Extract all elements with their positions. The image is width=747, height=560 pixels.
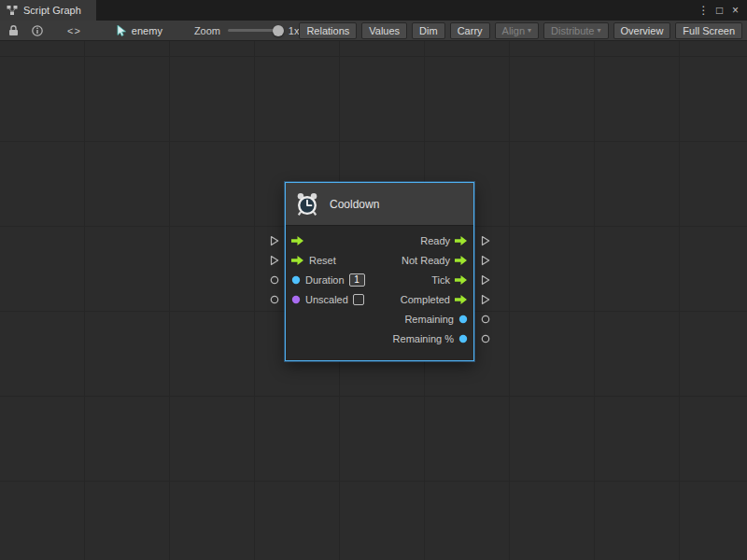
port-label-reset: Reset [309, 255, 336, 266]
lock-icon[interactable] [8, 24, 19, 36]
zoom-slider-handle[interactable] [273, 25, 284, 36]
flow-output-port-ready[interactable] [455, 235, 468, 246]
tab-label: Script Graph [23, 5, 81, 16]
graph-name: enemy [132, 25, 162, 36]
maximize-icon[interactable]: □ [712, 0, 727, 21]
toolbar-buttons: Relations Values Dim Carry Align ▾ Distr… [299, 22, 743, 39]
port-label-completed: Completed [401, 294, 450, 305]
alarm-clock-icon [295, 192, 319, 217]
flow-output-port-completed[interactable] [455, 294, 468, 305]
values-button[interactable]: Values [361, 22, 407, 39]
zoom-label: Zoom [194, 25, 220, 36]
overview-button[interactable]: Overview [613, 22, 671, 39]
tab-script-graph[interactable]: Script Graph [0, 0, 96, 21]
flow-input-connector-reset[interactable] [270, 255, 279, 266]
script-graph-tab-icon [7, 5, 18, 16]
graph-toolbar: <> enemy Zoom 1x Relations Values Dim Ca… [0, 21, 747, 41]
flow-output-port-tick[interactable] [455, 274, 468, 286]
value-input-port-unscaled[interactable] [291, 295, 301, 304]
chevron-down-icon: ▾ [598, 26, 601, 35]
flow-output-connector-tick[interactable] [481, 274, 490, 286]
port-row: Reset Not Ready [286, 250, 473, 270]
graph-canvas[interactable]: Cooldown Ready [0, 41, 747, 560]
align-button[interactable]: Align ▾ [495, 22, 539, 39]
port-row: Remaining [286, 309, 473, 329]
node-body: Ready Reset Not Ready [286, 226, 473, 360]
flow-input-connector[interactable] [270, 235, 279, 246]
carry-button[interactable]: Carry [450, 22, 490, 39]
duration-input[interactable] [349, 273, 365, 287]
flow-output-port-not-ready[interactable] [455, 255, 468, 266]
value-output-connector-remaining[interactable] [481, 315, 490, 324]
port-label-tick: Tick [431, 274, 450, 286]
flow-input-port[interactable] [291, 235, 304, 246]
kebab-menu-icon[interactable]: ⋮ [696, 0, 712, 21]
port-label-not-ready: Not Ready [402, 255, 450, 266]
chevron-down-icon: ▾ [528, 26, 531, 35]
node-title: Cooldown [330, 198, 379, 211]
port-label-ready: Ready [420, 235, 450, 246]
distribute-button[interactable]: Distribute ▾ [543, 22, 608, 39]
value-output-port-remaining-percent[interactable] [458, 334, 468, 343]
value-input-connector-duration[interactable] [270, 275, 279, 285]
flow-output-connector-ready[interactable] [481, 235, 490, 246]
flow-output-connector-completed[interactable] [481, 294, 490, 305]
port-label-remaining-percent: Remaining % [393, 333, 454, 344]
code-icon[interactable]: <> [67, 25, 81, 36]
node-header[interactable]: Cooldown [286, 183, 473, 226]
cooldown-node[interactable]: Cooldown Ready [285, 182, 474, 361]
value-input-connector-unscaled[interactable] [270, 295, 279, 304]
value-output-connector-remaining-percent[interactable] [481, 334, 490, 343]
flow-output-connector-not-ready[interactable] [481, 255, 490, 266]
relations-button[interactable]: Relations [299, 22, 357, 39]
zoom-slider[interactable] [228, 24, 283, 37]
port-row: Duration Tick [286, 270, 473, 289]
port-label-duration: Duration [305, 274, 345, 286]
dim-button[interactable]: Dim [412, 22, 445, 39]
port-row: Unscaled Completed [286, 289, 473, 309]
flow-input-port-reset[interactable] [291, 255, 304, 266]
fullscreen-button[interactable]: Full Screen [675, 22, 742, 39]
zoom-value: 1x [289, 25, 300, 36]
graph-breadcrumb[interactable]: enemy [117, 25, 162, 36]
value-output-port-remaining[interactable] [458, 315, 468, 324]
graph-pointer-icon [117, 25, 127, 36]
port-row: Remaining % [286, 329, 473, 348]
port-row: Ready [286, 231, 473, 250]
value-input-port-duration[interactable] [291, 275, 301, 285]
window-controls: ⋮ □ × [696, 0, 747, 21]
close-icon[interactable]: × [727, 0, 743, 21]
window-tab-bar: Script Graph ⋮ □ × [0, 0, 747, 21]
port-label-remaining: Remaining [404, 314, 454, 325]
unscaled-checkbox[interactable] [353, 294, 364, 305]
port-label-unscaled: Unscaled [305, 294, 348, 305]
info-icon[interactable] [32, 25, 43, 36]
